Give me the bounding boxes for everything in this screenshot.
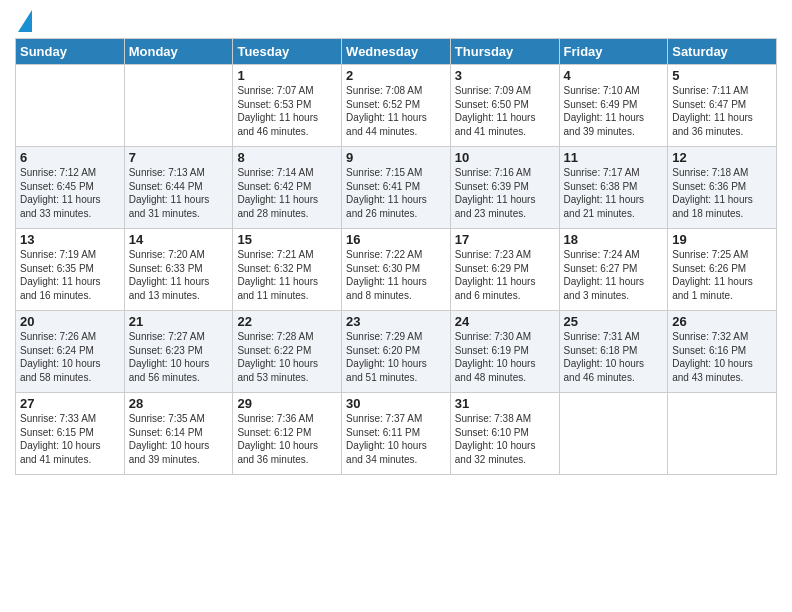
day-number: 10 — [455, 150, 555, 165]
cell-info: Sunrise: 7:12 AMSunset: 6:45 PMDaylight:… — [20, 166, 120, 220]
cell-info: Sunrise: 7:20 AMSunset: 6:33 PMDaylight:… — [129, 248, 229, 302]
day-number: 24 — [455, 314, 555, 329]
day-number: 7 — [129, 150, 229, 165]
cal-cell-11: 11Sunrise: 7:17 AMSunset: 6:38 PMDayligh… — [559, 147, 668, 229]
week-row-3: 13Sunrise: 7:19 AMSunset: 6:35 PMDayligh… — [16, 229, 777, 311]
cal-cell-13: 13Sunrise: 7:19 AMSunset: 6:35 PMDayligh… — [16, 229, 125, 311]
cell-info: Sunrise: 7:29 AMSunset: 6:20 PMDaylight:… — [346, 330, 446, 384]
cal-cell-24: 24Sunrise: 7:30 AMSunset: 6:19 PMDayligh… — [450, 311, 559, 393]
cal-cell-2: 2Sunrise: 7:08 AMSunset: 6:52 PMDaylight… — [342, 65, 451, 147]
cal-cell-29: 29Sunrise: 7:36 AMSunset: 6:12 PMDayligh… — [233, 393, 342, 475]
cal-cell-16: 16Sunrise: 7:22 AMSunset: 6:30 PMDayligh… — [342, 229, 451, 311]
day-number: 6 — [20, 150, 120, 165]
day-number: 5 — [672, 68, 772, 83]
empty-cell — [668, 393, 777, 475]
cal-cell-23: 23Sunrise: 7:29 AMSunset: 6:20 PMDayligh… — [342, 311, 451, 393]
day-header-monday: Monday — [124, 39, 233, 65]
day-number: 16 — [346, 232, 446, 247]
day-header-row: SundayMondayTuesdayWednesdayThursdayFrid… — [16, 39, 777, 65]
empty-cell — [124, 65, 233, 147]
day-number: 15 — [237, 232, 337, 247]
day-number: 12 — [672, 150, 772, 165]
day-number: 19 — [672, 232, 772, 247]
cell-info: Sunrise: 7:35 AMSunset: 6:14 PMDaylight:… — [129, 412, 229, 466]
cell-info: Sunrise: 7:11 AMSunset: 6:47 PMDaylight:… — [672, 84, 772, 138]
page: SundayMondayTuesdayWednesdayThursdayFrid… — [0, 0, 792, 485]
cell-info: Sunrise: 7:09 AMSunset: 6:50 PMDaylight:… — [455, 84, 555, 138]
day-number: 3 — [455, 68, 555, 83]
day-number: 26 — [672, 314, 772, 329]
day-number: 2 — [346, 68, 446, 83]
cal-cell-12: 12Sunrise: 7:18 AMSunset: 6:36 PMDayligh… — [668, 147, 777, 229]
day-number: 11 — [564, 150, 664, 165]
cell-info: Sunrise: 7:10 AMSunset: 6:49 PMDaylight:… — [564, 84, 664, 138]
cal-cell-31: 31Sunrise: 7:38 AMSunset: 6:10 PMDayligh… — [450, 393, 559, 475]
day-number: 25 — [564, 314, 664, 329]
day-number: 1 — [237, 68, 337, 83]
cal-cell-7: 7Sunrise: 7:13 AMSunset: 6:44 PMDaylight… — [124, 147, 233, 229]
day-number: 4 — [564, 68, 664, 83]
cell-info: Sunrise: 7:33 AMSunset: 6:15 PMDaylight:… — [20, 412, 120, 466]
empty-cell — [16, 65, 125, 147]
day-number: 14 — [129, 232, 229, 247]
cell-info: Sunrise: 7:36 AMSunset: 6:12 PMDaylight:… — [237, 412, 337, 466]
day-number: 20 — [20, 314, 120, 329]
cell-info: Sunrise: 7:25 AMSunset: 6:26 PMDaylight:… — [672, 248, 772, 302]
cal-cell-22: 22Sunrise: 7:28 AMSunset: 6:22 PMDayligh… — [233, 311, 342, 393]
cal-cell-5: 5Sunrise: 7:11 AMSunset: 6:47 PMDaylight… — [668, 65, 777, 147]
cal-cell-8: 8Sunrise: 7:14 AMSunset: 6:42 PMDaylight… — [233, 147, 342, 229]
cell-info: Sunrise: 7:32 AMSunset: 6:16 PMDaylight:… — [672, 330, 772, 384]
day-number: 22 — [237, 314, 337, 329]
day-number: 29 — [237, 396, 337, 411]
day-header-saturday: Saturday — [668, 39, 777, 65]
cal-cell-18: 18Sunrise: 7:24 AMSunset: 6:27 PMDayligh… — [559, 229, 668, 311]
cell-info: Sunrise: 7:15 AMSunset: 6:41 PMDaylight:… — [346, 166, 446, 220]
day-header-sunday: Sunday — [16, 39, 125, 65]
cal-cell-28: 28Sunrise: 7:35 AMSunset: 6:14 PMDayligh… — [124, 393, 233, 475]
cell-info: Sunrise: 7:21 AMSunset: 6:32 PMDaylight:… — [237, 248, 337, 302]
cal-cell-20: 20Sunrise: 7:26 AMSunset: 6:24 PMDayligh… — [16, 311, 125, 393]
cal-cell-26: 26Sunrise: 7:32 AMSunset: 6:16 PMDayligh… — [668, 311, 777, 393]
cal-cell-17: 17Sunrise: 7:23 AMSunset: 6:29 PMDayligh… — [450, 229, 559, 311]
day-header-thursday: Thursday — [450, 39, 559, 65]
cal-cell-19: 19Sunrise: 7:25 AMSunset: 6:26 PMDayligh… — [668, 229, 777, 311]
week-row-2: 6Sunrise: 7:12 AMSunset: 6:45 PMDaylight… — [16, 147, 777, 229]
day-header-friday: Friday — [559, 39, 668, 65]
cell-info: Sunrise: 7:08 AMSunset: 6:52 PMDaylight:… — [346, 84, 446, 138]
cell-info: Sunrise: 7:24 AMSunset: 6:27 PMDaylight:… — [564, 248, 664, 302]
day-number: 9 — [346, 150, 446, 165]
day-number: 13 — [20, 232, 120, 247]
week-row-1: 1Sunrise: 7:07 AMSunset: 6:53 PMDaylight… — [16, 65, 777, 147]
cal-cell-15: 15Sunrise: 7:21 AMSunset: 6:32 PMDayligh… — [233, 229, 342, 311]
cell-info: Sunrise: 7:19 AMSunset: 6:35 PMDaylight:… — [20, 248, 120, 302]
logo — [15, 10, 32, 32]
cal-cell-27: 27Sunrise: 7:33 AMSunset: 6:15 PMDayligh… — [16, 393, 125, 475]
day-number: 28 — [129, 396, 229, 411]
cell-info: Sunrise: 7:14 AMSunset: 6:42 PMDaylight:… — [237, 166, 337, 220]
logo-triangle-icon — [18, 10, 32, 32]
cal-cell-30: 30Sunrise: 7:37 AMSunset: 6:11 PMDayligh… — [342, 393, 451, 475]
cell-info: Sunrise: 7:23 AMSunset: 6:29 PMDaylight:… — [455, 248, 555, 302]
day-header-wednesday: Wednesday — [342, 39, 451, 65]
day-number: 8 — [237, 150, 337, 165]
cell-info: Sunrise: 7:31 AMSunset: 6:18 PMDaylight:… — [564, 330, 664, 384]
cal-cell-25: 25Sunrise: 7:31 AMSunset: 6:18 PMDayligh… — [559, 311, 668, 393]
cell-info: Sunrise: 7:07 AMSunset: 6:53 PMDaylight:… — [237, 84, 337, 138]
cell-info: Sunrise: 7:27 AMSunset: 6:23 PMDaylight:… — [129, 330, 229, 384]
cell-info: Sunrise: 7:30 AMSunset: 6:19 PMDaylight:… — [455, 330, 555, 384]
cell-info: Sunrise: 7:28 AMSunset: 6:22 PMDaylight:… — [237, 330, 337, 384]
week-row-5: 27Sunrise: 7:33 AMSunset: 6:15 PMDayligh… — [16, 393, 777, 475]
cal-cell-21: 21Sunrise: 7:27 AMSunset: 6:23 PMDayligh… — [124, 311, 233, 393]
day-number: 17 — [455, 232, 555, 247]
cell-info: Sunrise: 7:17 AMSunset: 6:38 PMDaylight:… — [564, 166, 664, 220]
day-number: 18 — [564, 232, 664, 247]
day-number: 21 — [129, 314, 229, 329]
cell-info: Sunrise: 7:18 AMSunset: 6:36 PMDaylight:… — [672, 166, 772, 220]
header — [15, 10, 777, 32]
cal-cell-9: 9Sunrise: 7:15 AMSunset: 6:41 PMDaylight… — [342, 147, 451, 229]
cell-info: Sunrise: 7:26 AMSunset: 6:24 PMDaylight:… — [20, 330, 120, 384]
cell-info: Sunrise: 7:16 AMSunset: 6:39 PMDaylight:… — [455, 166, 555, 220]
day-number: 23 — [346, 314, 446, 329]
day-number: 30 — [346, 396, 446, 411]
cell-info: Sunrise: 7:13 AMSunset: 6:44 PMDaylight:… — [129, 166, 229, 220]
